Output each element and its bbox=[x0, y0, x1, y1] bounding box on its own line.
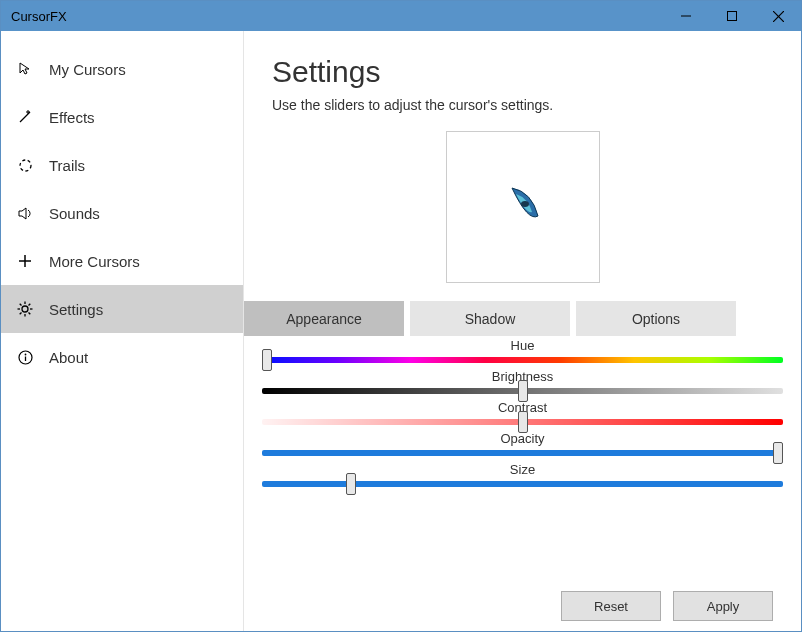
svg-line-16 bbox=[29, 313, 31, 315]
tab-options[interactable]: Options bbox=[576, 301, 736, 336]
slider-hue[interactable] bbox=[262, 357, 783, 363]
svg-line-17 bbox=[20, 313, 22, 315]
sidebar-item-effects[interactable]: Effects bbox=[1, 93, 243, 141]
svg-rect-1 bbox=[728, 12, 737, 21]
sidebar-item-label: Trails bbox=[49, 157, 85, 174]
sidebar-item-label: Settings bbox=[49, 301, 103, 318]
tab-label: Appearance bbox=[286, 311, 362, 327]
tabs: Appearance Shadow Options bbox=[244, 301, 773, 336]
slider-size-group: Size bbox=[258, 462, 787, 487]
minimize-button[interactable] bbox=[663, 1, 709, 31]
sidebar-item-about[interactable]: About bbox=[1, 333, 243, 381]
plus-icon bbox=[15, 254, 35, 268]
info-icon bbox=[15, 350, 35, 365]
page-title: Settings bbox=[272, 55, 773, 89]
sidebar-item-my-cursors[interactable]: My Cursors bbox=[1, 45, 243, 93]
window-title: CursorFX bbox=[11, 9, 663, 24]
trails-icon bbox=[15, 158, 35, 173]
slider-thumb[interactable] bbox=[518, 380, 528, 402]
slider-thumb[interactable] bbox=[773, 442, 783, 464]
button-label: Reset bbox=[594, 599, 628, 614]
sidebar-item-sounds[interactable]: Sounds bbox=[1, 189, 243, 237]
slider-thumb[interactable] bbox=[346, 473, 356, 495]
slider-opacity[interactable] bbox=[262, 450, 783, 456]
sidebar: My Cursors Effects Trails Sounds More Cu… bbox=[1, 31, 244, 632]
slider-thumb[interactable] bbox=[518, 411, 528, 433]
page-description: Use the sliders to adjust the cursor's s… bbox=[272, 97, 773, 113]
reset-button[interactable]: Reset bbox=[561, 591, 661, 621]
tab-shadow[interactable]: Shadow bbox=[410, 301, 570, 336]
sidebar-item-label: More Cursors bbox=[49, 253, 140, 270]
tab-label: Shadow bbox=[465, 311, 516, 327]
slider-brightness-group: Brightness bbox=[258, 369, 787, 394]
tab-appearance[interactable]: Appearance bbox=[244, 301, 404, 336]
sidebar-item-label: My Cursors bbox=[49, 61, 126, 78]
svg-point-7 bbox=[20, 160, 31, 171]
slider-panel: Hue Brightness Contrast Opacity bbox=[244, 336, 801, 583]
wand-icon bbox=[15, 110, 35, 124]
svg-point-20 bbox=[24, 353, 26, 355]
slider-thumb[interactable] bbox=[262, 349, 272, 371]
svg-point-10 bbox=[22, 306, 28, 312]
sidebar-item-label: Effects bbox=[49, 109, 95, 126]
slider-contrast[interactable] bbox=[262, 419, 783, 425]
svg-line-18 bbox=[29, 304, 31, 306]
sidebar-item-trails[interactable]: Trails bbox=[1, 141, 243, 189]
svg-line-15 bbox=[20, 304, 22, 306]
slider-label: Hue bbox=[258, 338, 787, 353]
sidebar-item-label: About bbox=[49, 349, 88, 366]
slider-contrast-group: Contrast bbox=[258, 400, 787, 425]
tab-label: Options bbox=[632, 311, 680, 327]
sidebar-item-settings[interactable]: Settings bbox=[1, 285, 243, 333]
slider-opacity-group: Opacity bbox=[258, 431, 787, 456]
cursor-preview bbox=[446, 131, 600, 283]
slider-label: Opacity bbox=[258, 431, 787, 446]
titlebar: CursorFX bbox=[1, 1, 801, 31]
slider-label: Size bbox=[258, 462, 787, 477]
cursor-icon bbox=[15, 62, 35, 76]
main-panel: Settings Use the sliders to adjust the c… bbox=[244, 31, 801, 632]
slider-hue-group: Hue bbox=[258, 338, 787, 363]
maximize-button[interactable] bbox=[709, 1, 755, 31]
slider-size[interactable] bbox=[262, 481, 783, 487]
button-label: Apply bbox=[707, 599, 740, 614]
gear-icon bbox=[15, 301, 35, 317]
close-button[interactable] bbox=[755, 1, 801, 31]
footer-buttons: Reset Apply bbox=[272, 591, 773, 621]
sidebar-item-label: Sounds bbox=[49, 205, 100, 222]
slider-brightness[interactable] bbox=[262, 388, 783, 394]
svg-point-22 bbox=[521, 201, 529, 207]
sidebar-item-more-cursors[interactable]: More Cursors bbox=[1, 237, 243, 285]
sound-icon bbox=[15, 206, 35, 221]
apply-button[interactable]: Apply bbox=[673, 591, 773, 621]
